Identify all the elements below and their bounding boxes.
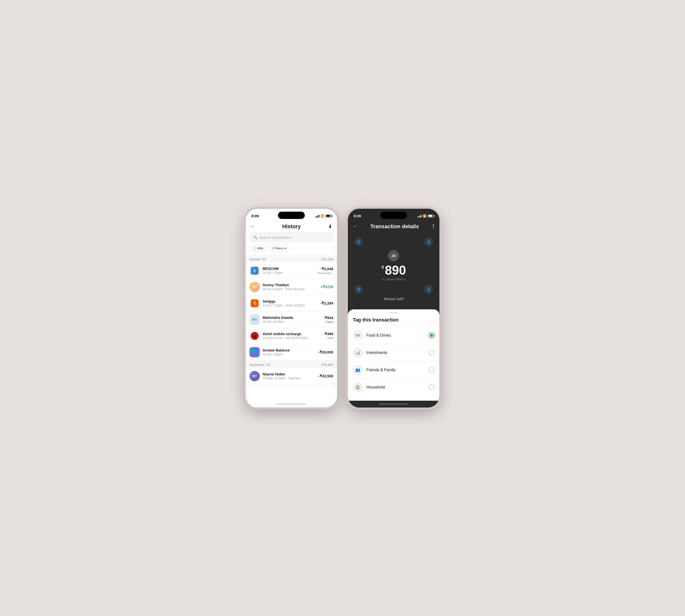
airtel-info: Airtel mobile recharge 11 Oct, 9:17am · … [262,332,321,340]
nayna-avatar-img: NY [250,371,260,381]
signal-bar-4 [319,215,319,218]
transaction-sunny[interactable]: ST Sunny Thadani 28 Oct, 9:42pm · Poker … [246,279,337,295]
groww-amount: -₹20,000 [318,350,333,354]
share-button[interactable]: ⤴ [432,224,435,229]
transaction-groww[interactable]: Groww Balance 04 Oct, 1:59pm -₹20,000 [246,344,337,360]
transaction-note: "Biryani split" [383,297,404,301]
mahendra-name: Mahendra Gowda [262,315,321,320]
person-icon-right: 👤 [427,240,431,244]
status-time-dark: 8:09 [354,214,361,218]
nayna-avatar: NY [250,371,260,381]
dark-screen: ← Transaction details ⤴ 👤 👤 [348,221,439,408]
person-icon-left: 👤 [357,240,361,244]
jd-avatar: JD [388,250,399,261]
dynamic-island [278,212,305,219]
friends-radio[interactable] [429,367,435,373]
month-label-oct: October '23 [250,258,266,261]
search-icon: 🔍 [253,235,257,239]
nayna-amount-value: -₹22,500 [318,374,333,378]
sender-avatar-bottom-left: 👤 [354,285,363,294]
food-radio-dot [430,334,433,337]
bescom-amount-value: -₹2,048 [318,267,333,271]
transaction-bescom[interactable]: 💧 BESCOM 31 Oct, 1:34pm -₹2,048 Processi… [246,263,337,279]
household-label: Household [366,385,425,390]
transaction-swiggy[interactable]: 🍕 Swiggy 22 Oct, 7:11pm · Order #710221 … [246,295,337,311]
nayna-amount: -₹22,500 [318,374,333,378]
mahendra-amount-value: -₹934 [323,316,333,320]
mahendra-meta: 21 Oct, 12:34pm [262,320,321,324]
sunny-avatar: ST [250,282,260,292]
swiggy-icon: 🍕 [251,299,258,307]
signal-bar-d4 [421,215,421,218]
detail-body: 👤 👤 JD ₹ 890 to Jayant Mishra [348,233,439,401]
signal-bar-d2 [418,216,419,218]
search-bar[interactable]: 🔍 Search transactions [250,233,333,242]
back-button[interactable]: ← [250,224,255,229]
food-icon: 🍽 [353,330,363,340]
swiggy-amount-value: -₹2,284 [320,301,333,305]
battery-fill [326,215,330,217]
signal-bar-2 [316,216,317,218]
dynamic-island-2 [380,212,407,219]
download-button[interactable]: ⬇ [328,224,332,229]
nav-bar: ← History ⬇ [246,221,337,233]
transaction-nayna[interactable]: NY Nayna Yadav 12 Sept, 12:34pm · Sept r… [246,368,337,384]
friends-label: Friends & Family [366,368,425,372]
airtel-name: Airtel mobile recharge [262,332,321,336]
page-title: History [282,223,301,230]
tag-item-friends[interactable]: 👥 Friends & Family [348,361,439,378]
home-indicator [246,401,337,408]
phone-transaction-detail: 8:09 📶 ← Transaction details ⤴ [347,208,440,408]
groww-amount-value: -₹20,000 [318,350,333,354]
nayna-name: Nayna Yadav [262,372,316,376]
tag-item-investments[interactable]: 📊 Investments [348,344,439,361]
jd-initials: JD [391,254,396,258]
swiggy-info: Swiggy 22 Oct, 7:11pm · Order #710221 [262,299,317,307]
swiggy-meta: 22 Oct, 7:11pm · Order #710221 [262,304,317,307]
household-radio[interactable] [429,384,435,390]
sender-avatar-top-left: 👤 [354,238,363,246]
filters-icon: ≡ [272,246,273,250]
detail-nav-bar: ← Transaction details ⤴ [348,221,439,233]
bescom-icon: 💧 [251,267,258,274]
tag-item-food[interactable]: 🍽 Food & Drinks [348,327,439,344]
sunny-amount-value: +₹3725 [321,285,333,289]
month-header-oct: October '23 -₹21,096 [246,255,337,263]
friends-icon: 👥 [353,365,363,375]
bills-icon: 🧾 [253,246,256,250]
phone-history: 8:09 📶 ← History ⬇ 🔍 Searc [245,208,338,408]
transaction-airtel[interactable]: 📱 Airtel mobile recharge 11 Oct, 9:17am … [246,328,337,344]
home-indicator-dark [348,401,439,408]
groww-icon [251,348,258,356]
big-amount-value: 890 [385,264,406,277]
food-radio-selected[interactable] [429,332,435,338]
sunny-info: Sunny Thadani 28 Oct, 9:42pm · Poker ke … [262,283,318,291]
filter-row: 🧾 Bills ≡ Filters ▾ [246,245,337,255]
filters-chip[interactable]: ≡ Filters ▾ [269,245,289,251]
airtel-amount-value: -₹489 [323,332,333,336]
to-label: to Jayant Mishra [382,278,405,281]
bescom-status: Processing... [318,271,333,274]
investments-radio[interactable] [429,350,435,356]
transaction-amount-display: ₹ 890 [381,264,406,277]
bills-chip[interactable]: 🧾 Bills [250,245,267,251]
airtel-avatar: 📱 [250,331,260,341]
signal-bar-d1 [417,217,418,218]
search-input[interactable]: Search transactions [259,235,292,239]
sender-receiver-bottom: 👤 👤 [352,285,435,294]
wifi-icon: 📶 [321,214,324,218]
sunny-name: Sunny Thadani [262,283,318,287]
battery-icon-dark [428,215,434,218]
mahendra-initials: MG [252,317,257,321]
swiggy-amount: -₹2,284 [320,301,333,305]
sheet-title: Tag this transaction [348,317,439,327]
tag-item-household[interactable]: 🏠 Household [348,378,439,396]
month-total-sep: -₹30,899 [321,363,333,367]
back-arrow-icon: ← [250,224,255,229]
month-total-oct: -₹21,096 [321,258,333,261]
detail-back-button[interactable]: ← [353,224,357,229]
tx-center: 👤 👤 JD ₹ 890 to Jayant Mishra [348,233,439,307]
sunny-avatar-img: ST [250,282,260,292]
transaction-mahendra[interactable]: MG Mahendra Gowda 21 Oct, 12:34pm -₹934 … [246,311,337,328]
status-time: 8:09 [251,214,259,218]
